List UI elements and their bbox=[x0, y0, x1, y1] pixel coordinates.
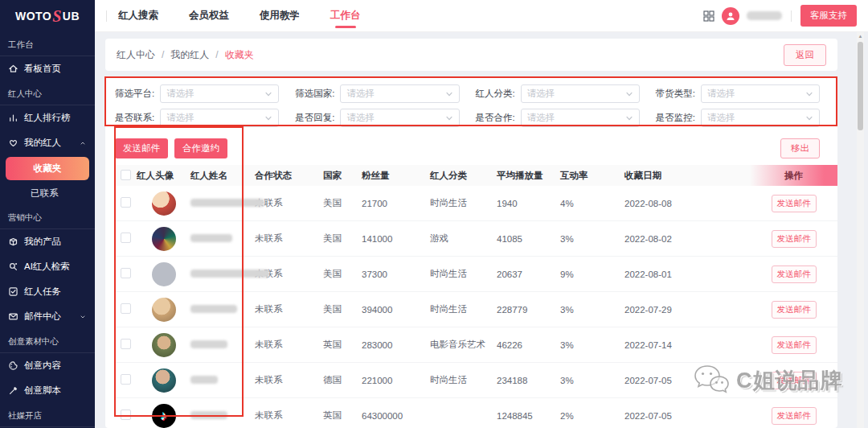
sidebar-item-创意内容[interactable]: 创意内容 bbox=[0, 353, 95, 378]
top-navigation: 红人搜索会员权益使用教学工作台 bbox=[117, 0, 362, 31]
favorite-date: 2022-08-01 bbox=[624, 270, 750, 279]
invite-cooperation-button[interactable]: 合作邀约 bbox=[174, 138, 227, 158]
filter-select-是否合作[interactable]: 请选择 bbox=[521, 109, 640, 127]
send-email-button[interactable]: 发送邮件 bbox=[115, 138, 168, 158]
send-email-row-button[interactable]: 发送邮件 bbox=[772, 336, 817, 354]
influencer-avatar bbox=[152, 368, 176, 393]
send-email-row-button[interactable]: 发送邮件 bbox=[772, 301, 817, 319]
sidebar-item-创意脚本[interactable]: 创意脚本 bbox=[0, 378, 95, 403]
favorite-date: 2022-07-05 bbox=[624, 411, 750, 421]
filter-label: 是否监控: bbox=[656, 112, 695, 124]
favorite-date: 2022-08-02 bbox=[624, 234, 750, 244]
filter-select-筛选国家[interactable]: 请选择 bbox=[340, 84, 459, 103]
chevron-down-icon bbox=[625, 90, 633, 98]
select-all-checkbox[interactable] bbox=[121, 170, 131, 180]
support-button[interactable]: 客服支持 bbox=[800, 5, 857, 27]
sidebar-item-label: 创意内容 bbox=[24, 360, 61, 372]
sidebar-item-我的产品[interactable]: 我的产品 bbox=[0, 229, 95, 254]
filter-bar: 筛选平台:请选择筛选国家:请选择红人分类:请选择带货类型:请选择是否联系:请选择… bbox=[105, 76, 837, 132]
favorite-date: 2022-07-14 bbox=[624, 340, 750, 350]
select-placeholder: 请选择 bbox=[707, 88, 805, 100]
sidebar-item-邮件中心[interactable]: 邮件中心 bbox=[0, 304, 95, 329]
filter-label: 筛选平台: bbox=[115, 88, 154, 100]
influencer-category: 游戏 bbox=[430, 233, 497, 245]
apps-grid-icon[interactable] bbox=[703, 10, 714, 22]
scrollbar-up-arrow[interactable]: ▲ bbox=[857, 32, 864, 40]
sidebar-item-红人任务[interactable]: 红人任务 bbox=[0, 279, 95, 304]
favorites-panel: 筛选平台:请选择筛选国家:请选择红人分类:请选择带货类型:请选择是否联系:请选择… bbox=[105, 76, 837, 428]
sidebar-item-label: 我的红人 bbox=[24, 137, 61, 149]
select-placeholder: 请选择 bbox=[346, 88, 444, 100]
send-email-row-button[interactable]: 发送邮件 bbox=[772, 195, 817, 212]
row-checkbox[interactable] bbox=[121, 409, 131, 420]
filter-select-是否监控[interactable]: 请选择 bbox=[701, 109, 820, 127]
avg-views: 234188 bbox=[497, 376, 560, 385]
breadcrumb: 红人中心/我的红人/收藏夹 bbox=[117, 48, 254, 62]
sidebar-item-label: 创意脚本 bbox=[24, 385, 61, 397]
breadcrumb-item-我的红人[interactable]: 我的红人 bbox=[170, 48, 209, 62]
row-checkbox[interactable] bbox=[121, 374, 131, 385]
chevron-down-icon bbox=[79, 313, 87, 321]
filter-select-是否回复[interactable]: 请选择 bbox=[340, 109, 459, 127]
sidebar-item-我的红人[interactable]: 我的红人 bbox=[0, 130, 95, 155]
sidebar-item-红人排行榜[interactable]: 红人排行榜 bbox=[0, 105, 95, 130]
select-placeholder: 请选择 bbox=[166, 88, 264, 100]
row-checkbox[interactable] bbox=[121, 233, 131, 243]
avg-views: 228779 bbox=[497, 305, 560, 315]
country: 英国 bbox=[323, 339, 362, 351]
send-email-row-button[interactable]: 发送邮件 bbox=[772, 230, 817, 248]
send-email-row-button[interactable]: 发送邮件 bbox=[772, 265, 817, 283]
sidebar-item-AI红人检索[interactable]: AI红人检索 bbox=[0, 254, 95, 279]
brand-logo: WOTOSUB bbox=[0, 0, 95, 32]
cooperation-status: 未联系 bbox=[255, 233, 323, 245]
filter-select-带货类型[interactable]: 请选择 bbox=[701, 84, 820, 103]
row-checkbox[interactable] bbox=[121, 339, 131, 349]
ranking-icon bbox=[8, 113, 18, 123]
followers-count: 21700 bbox=[362, 199, 430, 208]
send-email-row-button[interactable]: 发送邮件 bbox=[772, 372, 817, 389]
select-placeholder: 请选择 bbox=[166, 112, 264, 124]
tab-红人搜索[interactable]: 红人搜索 bbox=[117, 0, 160, 31]
table-body: 未联系美国21700时尚生活19404%2022-08-08发送邮件未联系美国1… bbox=[115, 186, 837, 428]
row-checkbox[interactable] bbox=[121, 268, 131, 278]
filter-select-筛选平台[interactable]: 请选择 bbox=[160, 84, 279, 103]
sidebar-subitem-收藏夹[interactable]: 收藏夹 bbox=[6, 157, 89, 180]
filter-select-是否联系[interactable]: 请选择 bbox=[160, 109, 279, 127]
country: 德国 bbox=[323, 374, 362, 386]
chevron-down-icon bbox=[264, 114, 272, 122]
tab-会员权益[interactable]: 会员权益 bbox=[187, 0, 231, 31]
table-row: 未联系美国394000时尚生活2287793%2022-07-29发送邮件 bbox=[115, 292, 837, 327]
followers-count: 141000 bbox=[362, 234, 430, 244]
influencer-avatar bbox=[152, 298, 176, 322]
cooperation-status: 未联系 bbox=[255, 303, 323, 315]
filter-select-红人分类[interactable]: 请选择 bbox=[521, 84, 640, 103]
sidebar-section-label: 创意素材中心 bbox=[0, 329, 95, 352]
row-checkbox[interactable] bbox=[121, 303, 131, 314]
country: 英国 bbox=[323, 409, 362, 422]
row-checkbox[interactable] bbox=[121, 197, 131, 208]
country: 美国 bbox=[323, 268, 362, 280]
user-avatar[interactable] bbox=[722, 7, 739, 25]
remove-button[interactable]: 移出 bbox=[780, 138, 820, 158]
filter-field-是否监控: 是否监控:请选择 bbox=[656, 109, 820, 127]
scrollbar-thumb[interactable] bbox=[858, 42, 863, 130]
influencer-category: 时尚生活 bbox=[430, 303, 497, 315]
influencer-category: 时尚生活 bbox=[430, 268, 497, 280]
mail-icon bbox=[8, 311, 18, 322]
scrollbar[interactable]: ▲ bbox=[857, 32, 864, 428]
filter-label: 是否合作: bbox=[476, 112, 515, 124]
filter-field-是否联系: 是否联系:请选择 bbox=[115, 109, 279, 127]
sidebar-item-label: AI红人检索 bbox=[24, 261, 70, 273]
column-header-红人头像: 红人头像 bbox=[137, 170, 190, 182]
sidebar-item-看板首页[interactable]: 看板首页 bbox=[0, 56, 95, 81]
followers-count: 221000 bbox=[362, 376, 430, 385]
column-header-合作状态: 合作状态 bbox=[255, 170, 323, 182]
content-icon bbox=[8, 360, 18, 371]
back-button[interactable]: 返回 bbox=[784, 44, 826, 66]
tab-工作台[interactable]: 工作台 bbox=[329, 0, 362, 31]
tab-使用教学[interactable]: 使用教学 bbox=[258, 0, 301, 31]
column-header-粉丝量: 粉丝量 bbox=[362, 170, 430, 182]
send-email-row-button[interactable]: 发送邮件 bbox=[772, 407, 817, 425]
sidebar-subitem-已联系[interactable]: 已联系 bbox=[0, 182, 95, 205]
breadcrumb-item-红人中心[interactable]: 红人中心 bbox=[117, 48, 155, 62]
